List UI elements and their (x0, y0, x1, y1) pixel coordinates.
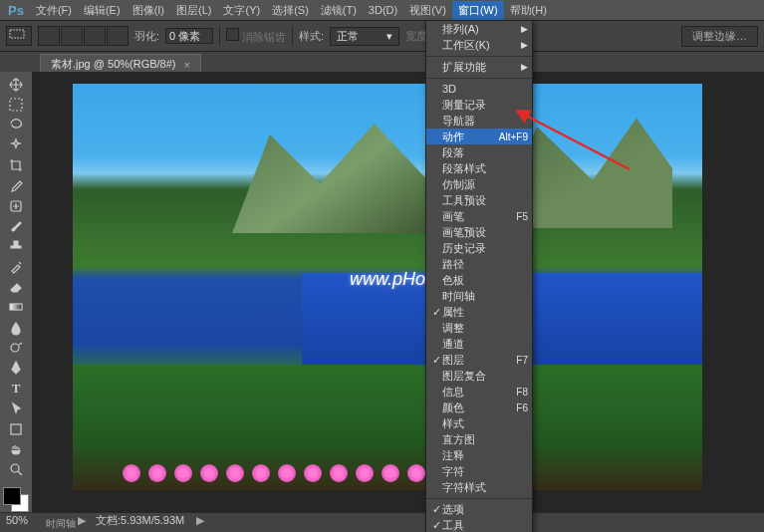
refine-edge-button[interactable]: 调整边缘… (681, 26, 758, 47)
wand-tool-icon[interactable] (5, 136, 27, 153)
blur-tool-icon[interactable] (5, 319, 27, 336)
brush-tool-icon[interactable] (5, 217, 27, 234)
document-canvas[interactable]: www.pHome.NET (73, 84, 702, 490)
marquee-tool-icon[interactable] (5, 96, 27, 113)
menu-item[interactable]: 画笔F5 (426, 208, 532, 224)
color-swatches[interactable] (3, 487, 29, 512)
menu-item[interactable]: 视图(V) (403, 1, 452, 20)
svg-rect-8 (10, 99, 22, 111)
menu-item[interactable]: 通道 (426, 336, 532, 352)
menu-item[interactable]: 扩展功能▶ (426, 59, 532, 75)
antialias-option[interactable]: 消除锯齿 (226, 28, 286, 45)
image-content (232, 124, 441, 233)
menu-item[interactable]: ✓属性 (426, 304, 532, 320)
type-tool-icon[interactable]: T (5, 380, 27, 397)
menu-item[interactable]: 测量记录 (426, 97, 532, 113)
menu-item[interactable]: ✓工具 (426, 517, 532, 532)
close-icon[interactable]: × (184, 59, 190, 71)
foreground-color-swatch[interactable] (3, 487, 21, 505)
doc-info: 文档:5.93M/5.93M (96, 513, 184, 528)
menu-item[interactable]: 直方图 (426, 431, 532, 447)
menu-item[interactable]: 色板 (426, 272, 532, 288)
hand-tool-icon[interactable] (5, 440, 27, 457)
menu-item[interactable]: 历史记录 (426, 240, 532, 256)
style-select[interactable]: 正常▾ (330, 27, 399, 46)
selection-mode-intersect[interactable] (107, 26, 128, 46)
menu-item[interactable]: 注释 (426, 447, 532, 463)
menu-item[interactable]: 调整 (426, 320, 532, 336)
menu-item-label: 直方图 (442, 432, 528, 447)
menu-item[interactable]: 字符样式 (426, 479, 532, 495)
menu-item[interactable]: ✓选项 (426, 501, 532, 517)
menu-item[interactable]: 画笔预设 (426, 224, 532, 240)
menu-item[interactable]: 颜色F6 (426, 399, 532, 415)
menu-item[interactable]: 3D (426, 81, 532, 97)
menu-item-label: 动作 (442, 130, 499, 144)
selection-mode-new[interactable] (38, 26, 60, 46)
menu-shortcut: F5 (516, 211, 528, 222)
window-menu-dropdown: 排列(A)▶工作区(K)▶扩展功能▶3D测量记录导航器动作Alt+F9段落段落样… (425, 20, 533, 532)
dodge-tool-icon[interactable] (5, 339, 27, 356)
selection-mode-subtract[interactable] (84, 26, 106, 46)
menu-shortcut: F8 (516, 387, 528, 398)
healing-tool-icon[interactable] (5, 197, 27, 214)
style-label: 样式: (299, 29, 324, 44)
menu-item-label: 画笔 (442, 209, 516, 224)
feather-input[interactable] (165, 28, 213, 44)
menu-item-label: 历史记录 (442, 241, 528, 256)
menu-item[interactable]: ✓图层F7 (426, 352, 532, 368)
menu-item[interactable]: 字符 (426, 463, 532, 479)
lasso-tool-icon[interactable] (5, 117, 27, 133)
menu-item[interactable]: 帮助(H) (504, 1, 553, 20)
menu-item[interactable]: 排列(A)▶ (426, 21, 532, 37)
history-brush-icon[interactable] (5, 258, 27, 275)
menu-item[interactable]: 工作区(K)▶ (426, 37, 532, 53)
menu-item[interactable]: 时间轴 (426, 288, 532, 304)
menu-item-label: 工具预设 (442, 193, 528, 208)
active-tool-swatch[interactable] (6, 26, 32, 46)
pen-tool-icon[interactable] (5, 360, 27, 377)
shape-tool-icon[interactable] (5, 420, 27, 437)
menu-item[interactable]: 工具预设 (426, 192, 532, 208)
menu-item[interactable]: 图层复合 (426, 368, 532, 384)
crop-tool-icon[interactable] (5, 156, 27, 173)
menu-item[interactable]: 样式 (426, 415, 532, 431)
svg-rect-10 (10, 304, 22, 310)
submenu-arrow-icon: ▶ (521, 62, 528, 72)
stamp-tool-icon[interactable] (5, 238, 27, 255)
menu-item[interactable]: 导航器 (426, 113, 532, 129)
menu-item[interactable]: 选择(S) (266, 1, 315, 20)
gradient-tool-icon[interactable] (5, 299, 27, 316)
menu-item[interactable]: 窗口(W) (452, 1, 504, 20)
menu-item[interactable]: 图层(L) (170, 1, 217, 20)
menu-item[interactable]: 路径 (426, 256, 532, 272)
chevron-right-icon[interactable]: ▶ (196, 514, 204, 527)
eyedropper-tool-icon[interactable] (5, 177, 27, 194)
path-select-icon[interactable] (5, 400, 27, 417)
menu-item[interactable]: 文字(Y) (217, 1, 266, 20)
menu-item-label: 色板 (442, 273, 528, 288)
svg-rect-12 (11, 424, 21, 434)
selection-mode-group (38, 26, 128, 46)
document-tab[interactable]: 素材.jpg @ 50%(RGB/8#) × (40, 54, 201, 74)
menu-item-label: 测量记录 (442, 98, 528, 113)
toolbox: T (0, 72, 33, 512)
timeline-tab[interactable]: 时间轴 (40, 517, 82, 531)
menu-item[interactable]: 图像(I) (127, 1, 170, 20)
menu-item[interactable]: 3D(D) (363, 2, 403, 18)
menu-item[interactable]: 段落样式 (426, 160, 532, 176)
submenu-arrow-icon: ▶ (521, 40, 528, 50)
move-tool-icon[interactable] (5, 76, 27, 93)
svg-rect-0 (10, 30, 24, 38)
menu-item[interactable]: 仿制源 (426, 176, 532, 192)
zoom-tool-icon[interactable] (5, 461, 27, 478)
svg-point-13 (11, 464, 19, 472)
menu-item[interactable]: 动作Alt+F9 (426, 129, 532, 144)
menu-item-label: 排列(A) (442, 22, 521, 37)
menu-item[interactable]: 信息F8 (426, 384, 532, 399)
eraser-tool-icon[interactable] (5, 278, 27, 295)
check-icon: ✓ (430, 306, 442, 319)
menu-item[interactable]: 滤镜(T) (315, 1, 363, 20)
menu-item[interactable]: 段落 (426, 144, 532, 160)
selection-mode-add[interactable] (61, 26, 83, 46)
